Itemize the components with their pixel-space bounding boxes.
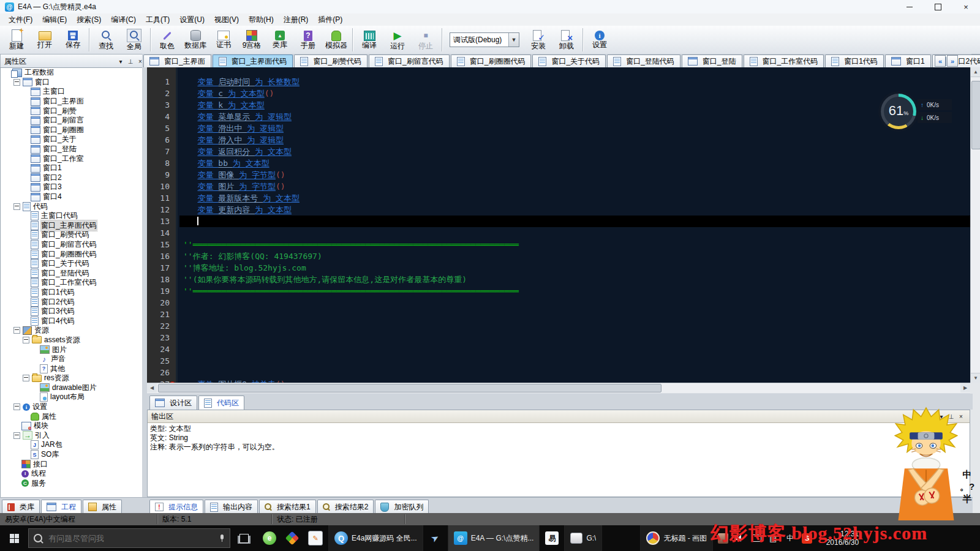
tree-item[interactable]: layout布局 bbox=[1, 392, 143, 402]
document-tab[interactable]: 窗口_刷留言代码 bbox=[369, 54, 450, 67]
explorer-window[interactable]: G:\ bbox=[564, 525, 602, 551]
toolbar-button-lib[interactable]: 类库 bbox=[266, 27, 294, 53]
sidebar-dropdown-icon[interactable]: ▾ bbox=[116, 58, 126, 65]
code-line[interactable]: 变量 滑入中 为 逻辑型 bbox=[179, 134, 970, 146]
tree-item[interactable]: 窗口1 bbox=[1, 163, 143, 173]
code-line[interactable] bbox=[179, 227, 970, 239]
toolbar-button-new[interactable]: 新建 bbox=[2, 27, 31, 53]
tree-expander-icon[interactable] bbox=[13, 403, 20, 410]
menu-item[interactable]: 搜索(S) bbox=[72, 14, 106, 25]
sidebar-pin-icon[interactable]: ⊥ bbox=[126, 58, 135, 65]
toolbar-button-uninstall[interactable]: 卸载 bbox=[552, 27, 581, 53]
minimize-button[interactable] bbox=[895, 0, 924, 13]
toolbar-button-manual[interactable]: 手册 bbox=[294, 27, 322, 53]
tree-item[interactable]: 窗口_刷留言 bbox=[1, 116, 143, 126]
tree-expander-icon[interactable] bbox=[23, 337, 29, 343]
tree-item[interactable]: 窗口4代码 bbox=[1, 316, 143, 326]
tab-类库[interactable]: 类库 bbox=[2, 500, 40, 514]
vertical-scroll-thumb[interactable] bbox=[971, 81, 980, 149]
tab-属性[interactable]: 属性 bbox=[83, 500, 122, 514]
menu-item[interactable]: 编译(C) bbox=[106, 14, 141, 25]
build-mode-select[interactable]: 调试版(Debug)▼ bbox=[450, 32, 519, 47]
scroll-down-icon[interactable]: ▼ bbox=[971, 373, 980, 383]
menu-item[interactable]: 设置(U) bbox=[175, 14, 209, 25]
code-line[interactable]: 变量 图像 为 字节型() bbox=[179, 169, 970, 181]
toolbar-button-install[interactable]: 安装 bbox=[524, 27, 552, 53]
tree-item[interactable]: 属性 bbox=[1, 411, 143, 421]
code-area[interactable]: 变量 启动时间 为 长整数型 变量 c 为 文本型() 变量 k 为 文本型 变… bbox=[179, 67, 970, 383]
e4a-window[interactable]: E4A — G:\点赞精... bbox=[448, 525, 540, 551]
tree-item[interactable]: 窗口_工作室代码 bbox=[1, 278, 143, 288]
tree-item[interactable]: 窗口2代码 bbox=[1, 297, 143, 307]
tree-item[interactable]: 线程 bbox=[1, 469, 143, 479]
network-speed-gauge[interactable]: 61% bbox=[881, 94, 916, 129]
menu-item[interactable]: 插件(P) bbox=[313, 14, 347, 25]
tab-提示信息[interactable]: 提示信息 bbox=[149, 500, 203, 514]
tree-item[interactable]: JAR包 bbox=[1, 440, 143, 450]
code-line[interactable]: 变量 滑出中 为 逻辑型 bbox=[179, 122, 970, 134]
toolbar-button-compile[interactable]: 编译 bbox=[355, 27, 383, 53]
toolbar-button-run[interactable]: 运行 bbox=[383, 27, 412, 53]
tree-item[interactable]: 窗口_刷圈圈代码 bbox=[1, 249, 143, 259]
close-button[interactable]: × bbox=[952, 0, 980, 13]
tree-item[interactable]: 窗口_工作室 bbox=[1, 154, 143, 163]
toolbar-button-find[interactable]: 查找 bbox=[92, 27, 120, 53]
tree-item[interactable]: 服务 bbox=[1, 479, 143, 489]
tree-item[interactable]: 设置 bbox=[1, 402, 143, 412]
scroll-up-icon[interactable]: ▲ bbox=[971, 67, 980, 77]
toolbar-button-db[interactable]: 数据库 bbox=[181, 27, 209, 53]
tab-工程[interactable]: 工程 bbox=[41, 500, 81, 514]
editor-vertical-scrollbar[interactable]: ▲ ▼ bbox=[970, 67, 980, 383]
menu-item[interactable]: 视图(V) bbox=[209, 14, 244, 25]
tree-item[interactable]: 窗口_关于代码 bbox=[1, 259, 143, 269]
tab-输出内容[interactable]: 输出内容 bbox=[205, 500, 258, 514]
tree-item[interactable]: 窗口_刷留言代码 bbox=[1, 240, 143, 250]
ime-indicator[interactable]: 中 bbox=[958, 469, 976, 480]
menu-item[interactable]: 编辑(E) bbox=[37, 14, 72, 25]
tree-item[interactable]: 代码 bbox=[1, 201, 143, 211]
tree-item[interactable]: res资源 bbox=[1, 373, 143, 383]
code-line[interactable]: ''(如果你要将本源码转载到其他地方,请保留本信息,这是对作者最基本的尊重) bbox=[179, 274, 970, 285]
tree-item[interactable]: 窗口3 bbox=[1, 182, 143, 192]
toolbar-button-grid9[interactable]: 9宫格 bbox=[238, 27, 266, 53]
code-line[interactable] bbox=[179, 297, 970, 309]
tree-item[interactable]: 工程数据 bbox=[1, 68, 143, 78]
maximize-button[interactable] bbox=[924, 0, 952, 13]
tab-搜索结果1[interactable]: 搜索结果1 bbox=[259, 500, 316, 514]
tab-scroll-left-icon[interactable]: « bbox=[935, 55, 946, 67]
tree-item[interactable]: 窗口_刷赞 bbox=[1, 106, 143, 116]
menu-item[interactable]: 注册(R) bbox=[279, 14, 314, 25]
tab-代码区[interactable]: 代码区 bbox=[198, 395, 244, 410]
document-tab[interactable]: 窗口1 bbox=[885, 54, 931, 67]
code-line[interactable]: ''══════════════════════════════════════… bbox=[179, 239, 970, 250]
document-tab[interactable]: 窗口_刷圈圈代码 bbox=[451, 54, 532, 67]
tree-item[interactable]: 其他 bbox=[1, 364, 143, 373]
document-tab[interactable]: 窗口_刷赞代码 bbox=[294, 54, 368, 67]
code-line[interactable] bbox=[179, 355, 970, 367]
code-line[interactable]: 变量 启动时间 为 长整数型 bbox=[179, 76, 970, 88]
paint-window[interactable]: 无标题 - 画图 bbox=[640, 525, 713, 551]
tab-设计区[interactable]: 设计区 bbox=[149, 395, 197, 410]
code-line[interactable]: 变量 k 为 文本型 bbox=[179, 99, 970, 111]
tree-item[interactable]: 主窗口代码 bbox=[1, 211, 143, 221]
microphone-icon[interactable] bbox=[220, 534, 225, 542]
tree-item[interactable]: 引入 bbox=[1, 431, 143, 441]
code-line[interactable]: ''══════════════════════════════════════… bbox=[179, 285, 970, 297]
tree-item[interactable]: 窗口 bbox=[1, 78, 143, 88]
colorful-app-icon[interactable] bbox=[282, 525, 303, 551]
tree-item[interactable]: 窗口4 bbox=[1, 192, 143, 202]
toolbar-button-stop[interactable]: 停止 bbox=[412, 27, 440, 53]
task-view-button[interactable] bbox=[233, 525, 255, 551]
tree-item[interactable]: drawable图片 bbox=[1, 383, 143, 393]
tree-expander-icon[interactable] bbox=[23, 375, 29, 381]
tree-item[interactable]: 图片 bbox=[1, 345, 143, 354]
tree-item[interactable]: 模块 bbox=[1, 421, 143, 431]
pigeon-messenger-icon[interactable] bbox=[423, 525, 448, 551]
code-line[interactable]: 变量 最新版本号 为 文本型 bbox=[179, 192, 970, 204]
toolbar-button-global[interactable]: 全局 bbox=[120, 27, 148, 53]
green-browser-icon[interactable]: e bbox=[257, 525, 282, 551]
document-tab[interactable]: 窗口_工作室代码 bbox=[744, 54, 824, 67]
editor-horizontal-scrollbar[interactable]: ◀ ▶ bbox=[147, 383, 970, 393]
code-editor[interactable]: 1234567891011121314151617181920212223242… bbox=[147, 67, 970, 383]
tree-item[interactable]: SO库 bbox=[1, 450, 143, 460]
